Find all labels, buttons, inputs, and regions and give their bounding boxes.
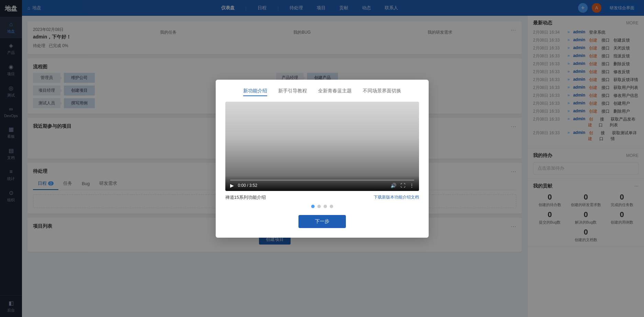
modal-tabs: 新功能介绍 新手引导教程 全新青春蓝主题 不同场景界面切换 (225, 88, 419, 96)
video-time: 0:00 / 3:52 (238, 183, 386, 188)
modal: 新功能介绍 新手引导教程 全新青春蓝主题 不同场景界面切换 ▶ 0:00 / 3… (216, 80, 429, 238)
modal-dot-1[interactable] (317, 205, 321, 208)
video-container: ▶ 0:00 / 3:52 🔊 ⛶ ⋮ (225, 102, 419, 191)
modal-overlay[interactable]: 新功能介绍 新手引导教程 全新青春蓝主题 不同场景界面切换 ▶ 0:00 / 3… (0, 0, 644, 317)
settings-button[interactable]: ⋮ (409, 183, 414, 188)
modal-tab-switch[interactable]: 不同场景界面切换 (363, 88, 401, 96)
video-download-link[interactable]: 下载新版本功能介绍文档 (374, 194, 419, 200)
play-button[interactable]: ▶ (230, 183, 234, 188)
video-caption-text: 禅道15系列功能介绍 (225, 194, 266, 201)
modal-dot-0[interactable] (311, 205, 315, 208)
video-caption: 禅道15系列功能介绍 下载新版本功能介绍文档 (225, 194, 419, 201)
next-button[interactable]: 下一步 (298, 215, 346, 228)
fullscreen-button[interactable]: ⛶ (400, 183, 405, 188)
volume-button[interactable]: 🔊 (391, 183, 396, 188)
modal-tab-features[interactable]: 新功能介绍 (243, 88, 267, 96)
modal-dot-3[interactable] (330, 205, 333, 208)
modal-dot-2[interactable] (324, 205, 327, 208)
video-controls: ▶ 0:00 / 3:52 🔊 ⛶ ⋮ (225, 176, 419, 191)
video-buttons: ▶ 0:00 / 3:52 🔊 ⛶ ⋮ (230, 183, 414, 188)
modal-tab-tutorial[interactable]: 新手引导教程 (278, 88, 307, 96)
video-progress-bar[interactable] (230, 180, 414, 181)
modal-dots (225, 205, 419, 208)
modal-tab-theme[interactable]: 全新青春蓝主题 (318, 88, 352, 96)
